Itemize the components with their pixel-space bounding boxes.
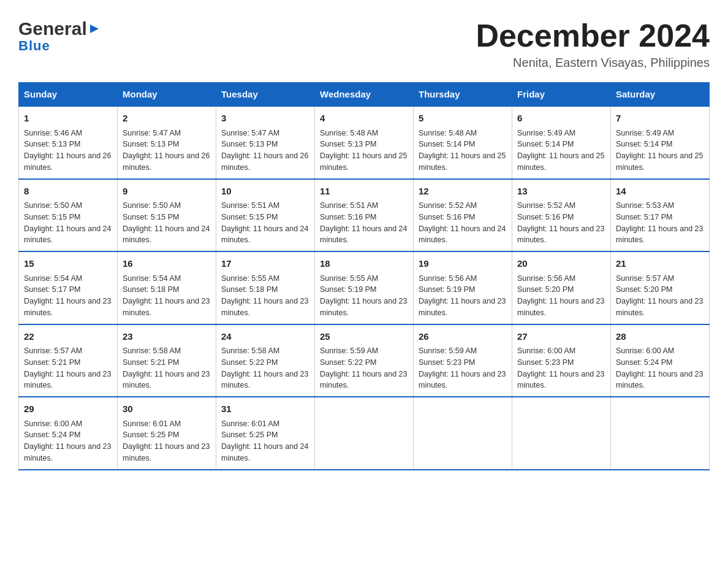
location-subtitle: Nenita, Eastern Visayas, Philippines [476, 56, 710, 70]
sunrise-info: Sunrise: 5:49 AM [616, 129, 674, 137]
daylight-info: Daylight: 11 hours and 23 minutes. [616, 297, 703, 317]
sunrise-info: Sunrise: 5:49 AM [517, 129, 575, 137]
day-number: 14 [616, 185, 704, 199]
calendar-week-row: 29 Sunrise: 6:00 AM Sunset: 5:24 PM Dayl… [19, 397, 710, 470]
calendar-cell: 21 Sunrise: 5:57 AM Sunset: 5:20 PM Dayl… [611, 251, 710, 324]
daylight-info: Daylight: 11 hours and 23 minutes. [24, 442, 111, 462]
sunrise-info: Sunrise: 5:52 AM [517, 201, 575, 210]
day-number: 13 [517, 185, 605, 199]
weekday-header-sunday: Sunday [19, 83, 118, 107]
calendar-cell: 7 Sunrise: 5:49 AM Sunset: 5:14 PM Dayli… [611, 106, 710, 179]
sunset-info: Sunset: 5:17 PM [616, 213, 672, 221]
sunrise-info: Sunrise: 5:47 AM [123, 129, 181, 137]
sunrise-info: Sunrise: 5:48 AM [320, 129, 378, 137]
calendar-cell: 28 Sunrise: 6:00 AM Sunset: 5:24 PM Dayl… [611, 324, 710, 397]
sunrise-info: Sunrise: 5:55 AM [221, 274, 279, 283]
sunrise-info: Sunrise: 6:01 AM [221, 419, 279, 428]
daylight-info: Daylight: 11 hours and 23 minutes. [419, 297, 506, 317]
calendar-week-row: 15 Sunrise: 5:54 AM Sunset: 5:17 PM Dayl… [19, 251, 710, 324]
sunset-info: Sunset: 5:13 PM [24, 140, 80, 148]
sunrise-info: Sunrise: 5:56 AM [517, 274, 575, 283]
daylight-info: Daylight: 11 hours and 25 minutes. [320, 151, 407, 172]
sunrise-info: Sunrise: 6:00 AM [24, 419, 82, 428]
calendar-cell: 1 Sunrise: 5:46 AM Sunset: 5:13 PM Dayli… [19, 106, 118, 179]
sunset-info: Sunset: 5:20 PM [517, 285, 574, 294]
calendar-cell: 17 Sunrise: 5:55 AM Sunset: 5:18 PM Dayl… [216, 251, 315, 324]
logo-general-text: General [18, 18, 87, 39]
sunset-info: Sunset: 5:13 PM [320, 140, 376, 148]
weekday-header-friday: Friday [512, 83, 611, 107]
daylight-info: Daylight: 11 hours and 24 minutes. [123, 224, 210, 245]
daylight-info: Daylight: 11 hours and 23 minutes. [123, 297, 210, 317]
day-number: 17 [221, 257, 309, 271]
day-number: 3 [221, 112, 309, 126]
daylight-info: Daylight: 11 hours and 24 minutes. [221, 224, 308, 245]
calendar-cell: 18 Sunrise: 5:55 AM Sunset: 5:19 PM Dayl… [315, 251, 414, 324]
sunrise-info: Sunrise: 5:57 AM [616, 274, 674, 283]
calendar-cell: 26 Sunrise: 5:59 AM Sunset: 5:23 PM Dayl… [414, 324, 512, 397]
calendar-cell: 15 Sunrise: 5:54 AM Sunset: 5:17 PM Dayl… [19, 251, 118, 324]
day-number: 8 [24, 185, 112, 199]
sunset-info: Sunset: 5:13 PM [221, 140, 278, 148]
day-number: 20 [517, 257, 605, 271]
day-number: 4 [320, 112, 408, 126]
day-number: 12 [419, 185, 507, 199]
sunrise-info: Sunrise: 5:59 AM [419, 347, 477, 355]
daylight-info: Daylight: 11 hours and 23 minutes. [419, 370, 506, 390]
sunrise-info: Sunrise: 5:48 AM [419, 129, 477, 137]
sunset-info: Sunset: 5:16 PM [320, 213, 376, 221]
day-number: 26 [419, 330, 507, 344]
sunset-info: Sunset: 5:21 PM [123, 358, 179, 367]
day-number: 11 [320, 185, 408, 199]
calendar-cell [512, 397, 611, 470]
day-number: 31 [221, 402, 309, 416]
weekday-header-saturday: Saturday [611, 83, 710, 107]
calendar-cell: 24 Sunrise: 5:58 AM Sunset: 5:22 PM Dayl… [216, 324, 315, 397]
sunrise-info: Sunrise: 5:58 AM [221, 347, 279, 355]
calendar-cell: 23 Sunrise: 5:58 AM Sunset: 5:21 PM Dayl… [118, 324, 216, 397]
day-number: 19 [419, 257, 507, 271]
sunset-info: Sunset: 5:14 PM [517, 140, 574, 148]
daylight-info: Daylight: 11 hours and 23 minutes. [320, 297, 407, 317]
sunrise-info: Sunrise: 5:54 AM [123, 274, 181, 283]
day-number: 27 [517, 330, 605, 344]
day-number: 16 [123, 257, 211, 271]
calendar-cell: 29 Sunrise: 6:00 AM Sunset: 5:24 PM Dayl… [19, 397, 118, 470]
day-number: 30 [123, 402, 211, 416]
calendar-cell: 19 Sunrise: 5:56 AM Sunset: 5:19 PM Dayl… [414, 251, 512, 324]
daylight-info: Daylight: 11 hours and 23 minutes. [24, 370, 111, 390]
day-number: 6 [517, 112, 605, 126]
daylight-info: Daylight: 11 hours and 23 minutes. [616, 370, 703, 390]
day-number: 2 [123, 112, 211, 126]
day-number: 25 [320, 330, 408, 344]
sunset-info: Sunset: 5:14 PM [419, 140, 475, 148]
daylight-info: Daylight: 11 hours and 25 minutes. [419, 151, 506, 172]
daylight-info: Daylight: 11 hours and 25 minutes. [517, 151, 604, 172]
day-number: 9 [123, 185, 211, 199]
calendar-cell: 4 Sunrise: 5:48 AM Sunset: 5:13 PM Dayli… [315, 106, 414, 179]
sunset-info: Sunset: 5:24 PM [24, 431, 80, 439]
calendar-cell [315, 397, 414, 470]
daylight-info: Daylight: 11 hours and 25 minutes. [616, 151, 703, 172]
daylight-info: Daylight: 11 hours and 24 minutes. [24, 224, 111, 245]
sunset-info: Sunset: 5:21 PM [24, 358, 80, 367]
calendar-cell: 12 Sunrise: 5:52 AM Sunset: 5:16 PM Dayl… [414, 179, 512, 252]
sunset-info: Sunset: 5:13 PM [123, 140, 179, 148]
calendar-cell: 5 Sunrise: 5:48 AM Sunset: 5:14 PM Dayli… [414, 106, 512, 179]
daylight-info: Daylight: 11 hours and 23 minutes. [517, 224, 604, 245]
sunset-info: Sunset: 5:18 PM [221, 285, 278, 294]
daylight-info: Daylight: 11 hours and 23 minutes. [320, 370, 407, 390]
weekday-header-row: SundayMondayTuesdayWednesdayThursdayFrid… [19, 83, 710, 107]
sunrise-info: Sunrise: 5:50 AM [123, 201, 181, 210]
day-number: 7 [616, 112, 704, 126]
day-number: 1 [24, 112, 112, 126]
calendar-cell: 11 Sunrise: 5:51 AM Sunset: 5:16 PM Dayl… [315, 179, 414, 252]
calendar-cell: 14 Sunrise: 5:53 AM Sunset: 5:17 PM Dayl… [611, 179, 710, 252]
sunset-info: Sunset: 5:16 PM [419, 213, 475, 221]
sunset-info: Sunset: 5:16 PM [517, 213, 574, 221]
sunset-info: Sunset: 5:23 PM [517, 358, 574, 367]
calendar-cell: 31 Sunrise: 6:01 AM Sunset: 5:25 PM Dayl… [216, 397, 315, 470]
logo-arrow-icon [89, 23, 100, 34]
sunrise-info: Sunrise: 5:51 AM [221, 201, 279, 210]
calendar-cell: 3 Sunrise: 5:47 AM Sunset: 5:13 PM Dayli… [216, 106, 315, 179]
